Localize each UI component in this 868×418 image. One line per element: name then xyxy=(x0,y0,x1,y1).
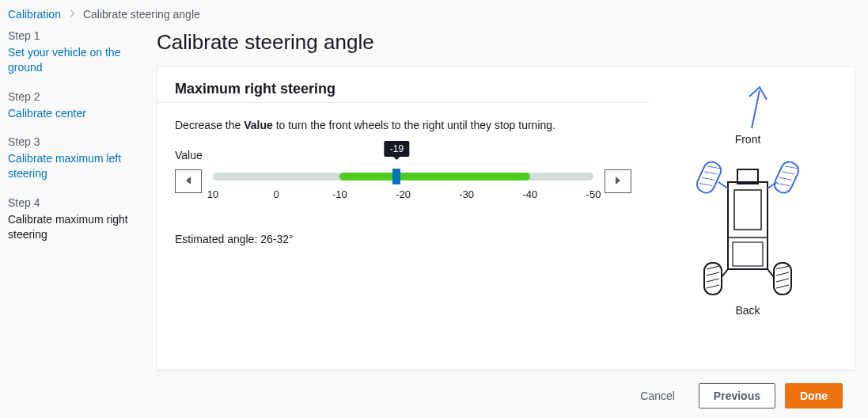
step-number: Step 1 xyxy=(8,28,133,44)
step-3[interactable]: Step 3 Calibrate maximum left steering xyxy=(8,135,133,181)
slider-tick: -10 xyxy=(332,188,347,200)
svg-line-21 xyxy=(699,180,712,188)
direction-arrow-icon xyxy=(724,81,771,133)
slider-thumb[interactable] xyxy=(392,169,400,184)
svg-line-13 xyxy=(776,279,789,282)
svg-line-10 xyxy=(707,285,719,288)
instruction-text: Decrease the Value to turn the front whe… xyxy=(175,119,631,131)
slider-tick: -20 xyxy=(396,188,411,200)
svg-line-27 xyxy=(718,182,728,188)
slider-fill xyxy=(339,173,530,180)
previous-button[interactable]: Previous xyxy=(699,383,775,408)
step-number: Step 3 xyxy=(8,135,133,150)
cancel-button[interactable]: Cancel xyxy=(626,383,689,408)
svg-line-8 xyxy=(707,272,719,276)
step-4: Step 4 Calibrate maximum right steering xyxy=(8,196,133,242)
breadcrumb: Calibration Calibrate steering angle xyxy=(0,0,868,25)
decrement-button[interactable] xyxy=(175,169,202,193)
slider-tick: -30 xyxy=(459,188,474,200)
step-title: Calibrate maximum left steering xyxy=(8,151,133,181)
svg-line-24 xyxy=(782,169,794,177)
svg-line-7 xyxy=(707,266,719,269)
slider-tick: 10 xyxy=(207,188,218,200)
step-number: Step 4 xyxy=(8,196,133,211)
svg-line-20 xyxy=(702,175,714,183)
divider xyxy=(157,102,649,103)
slider-tooltip: -19 xyxy=(385,141,409,157)
svg-line-11 xyxy=(776,266,789,269)
page-title: Calibrate steering angle xyxy=(157,30,855,55)
slider-tick: -40 xyxy=(522,188,537,200)
svg-rect-1 xyxy=(734,190,761,230)
slider-ticks: 100-10-20-30-40-50 xyxy=(213,188,593,203)
svg-line-25 xyxy=(779,175,792,183)
estimated-angle: Estimated angle: 26-32° xyxy=(175,233,631,245)
svg-rect-22 xyxy=(772,159,802,196)
step-title: Calibrate center xyxy=(8,106,133,121)
increment-button[interactable] xyxy=(605,169,631,193)
chevron-right-icon xyxy=(69,9,75,20)
triangle-right-icon xyxy=(614,176,622,188)
triangle-left-icon xyxy=(184,176,192,188)
wizard-footer: Cancel Previous Done xyxy=(157,370,855,418)
svg-line-15 xyxy=(722,269,728,277)
svg-line-9 xyxy=(707,279,719,282)
front-label: Front xyxy=(735,133,761,146)
svg-line-12 xyxy=(776,272,789,276)
panel-title: Maximum right steering xyxy=(175,81,631,97)
step-title: Calibrate maximum right steering xyxy=(8,212,133,242)
done-button[interactable]: Done xyxy=(785,383,843,408)
svg-rect-17 xyxy=(695,159,724,196)
svg-line-14 xyxy=(776,285,789,288)
value-slider[interactable]: -19 100-10-20-30-40-50 xyxy=(213,165,593,203)
svg-line-19 xyxy=(704,169,717,177)
wizard-steps-nav: Step 1 Set your vehicle on the ground St… xyxy=(0,25,141,418)
calibration-panel: Maximum right steering Decrease the Valu… xyxy=(157,66,855,370)
svg-rect-4 xyxy=(733,242,763,266)
step-1[interactable]: Step 1 Set your vehicle on the ground xyxy=(8,28,133,75)
back-label: Back xyxy=(735,304,760,317)
slider-tick: -50 xyxy=(586,188,601,200)
svg-line-16 xyxy=(768,269,774,277)
slider-track[interactable] xyxy=(213,173,593,180)
breadcrumb-current: Calibrate steering angle xyxy=(83,8,200,21)
step-2[interactable]: Step 2 Calibrate center xyxy=(8,89,133,121)
svg-line-26 xyxy=(777,180,790,188)
breadcrumb-root[interactable]: Calibration xyxy=(8,8,61,21)
step-number: Step 2 xyxy=(8,89,133,104)
slider-tick: 0 xyxy=(274,188,279,200)
vehicle-diagram xyxy=(680,150,815,301)
step-title: Set your vehicle on the ground xyxy=(8,45,133,75)
